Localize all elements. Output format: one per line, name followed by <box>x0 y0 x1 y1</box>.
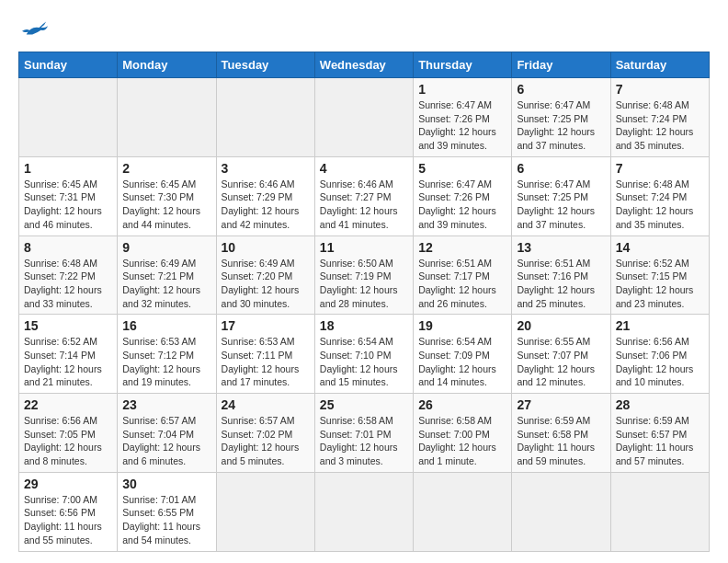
day-of-week-header: Monday <box>118 52 216 78</box>
calendar-day-cell: 14Sunrise: 6:52 AMSunset: 7:15 PMDayligh… <box>610 236 709 315</box>
calendar-day-cell: 23Sunrise: 6:57 AMSunset: 7:04 PMDayligh… <box>118 394 216 473</box>
day-number: 8 <box>24 240 112 255</box>
calendar-week-row: 29Sunrise: 7:00 AMSunset: 6:56 PMDayligh… <box>19 472 710 551</box>
day-number: 21 <box>616 318 704 333</box>
calendar-day-cell <box>610 472 709 551</box>
day-number: 7 <box>616 161 704 176</box>
day-detail: Sunrise: 6:53 AMSunset: 7:12 PMDaylight:… <box>122 335 210 389</box>
day-detail: Sunrise: 6:59 AMSunset: 6:57 PMDaylight:… <box>616 414 704 468</box>
day-number: 23 <box>122 397 210 412</box>
day-detail: Sunrise: 6:48 AMSunset: 7:22 PMDaylight:… <box>24 257 112 311</box>
calendar-day-cell <box>19 78 118 157</box>
day-detail: Sunrise: 7:00 AMSunset: 6:56 PMDaylight:… <box>24 493 112 547</box>
calendar-day-cell: 26Sunrise: 6:58 AMSunset: 7:00 PMDayligh… <box>414 394 512 473</box>
day-detail: Sunrise: 6:56 AMSunset: 7:06 PMDaylight:… <box>616 335 704 389</box>
day-number: 15 <box>24 318 112 333</box>
day-number: 14 <box>616 240 704 255</box>
logo <box>18 18 48 42</box>
calendar-week-row: 22Sunrise: 6:56 AMSunset: 7:05 PMDayligh… <box>19 394 710 473</box>
calendar-day-cell: 13Sunrise: 6:51 AMSunset: 7:16 PMDayligh… <box>512 236 610 315</box>
calendar-day-cell: 1Sunrise: 6:47 AMSunset: 7:26 PMDaylight… <box>414 78 512 157</box>
day-number: 25 <box>320 397 408 412</box>
day-number: 20 <box>517 318 605 333</box>
day-detail: Sunrise: 6:58 AMSunset: 7:01 PMDaylight:… <box>320 414 408 468</box>
calendar-day-cell: 2Sunrise: 6:45 AMSunset: 7:30 PMDaylight… <box>118 156 216 236</box>
day-detail: Sunrise: 6:45 AMSunset: 7:30 PMDaylight:… <box>122 178 210 232</box>
calendar-day-cell: 20Sunrise: 6:55 AMSunset: 7:07 PMDayligh… <box>512 315 610 394</box>
calendar-day-cell: 17Sunrise: 6:53 AMSunset: 7:11 PMDayligh… <box>216 315 314 394</box>
calendar-day-cell: 27Sunrise: 6:59 AMSunset: 6:58 PMDayligh… <box>512 394 610 473</box>
day-number: 7 <box>616 82 704 97</box>
day-detail: Sunrise: 6:49 AMSunset: 7:21 PMDaylight:… <box>122 257 210 311</box>
calendar-day-cell: 8Sunrise: 6:48 AMSunset: 7:22 PMDaylight… <box>19 236 118 315</box>
calendar-week-row: 15Sunrise: 6:52 AMSunset: 7:14 PMDayligh… <box>19 315 710 394</box>
day-detail: Sunrise: 6:57 AMSunset: 7:02 PMDaylight:… <box>222 414 310 468</box>
day-detail: Sunrise: 6:45 AMSunset: 7:31 PMDaylight:… <box>24 178 112 232</box>
day-of-week-header: Sunday <box>19 52 118 78</box>
calendar-day-cell: 11Sunrise: 6:50 AMSunset: 7:19 PMDayligh… <box>314 236 413 315</box>
day-of-week-header: Tuesday <box>216 52 314 78</box>
day-detail: Sunrise: 6:49 AMSunset: 7:20 PMDaylight:… <box>222 257 310 311</box>
day-detail: Sunrise: 6:52 AMSunset: 7:15 PMDaylight:… <box>616 257 704 311</box>
calendar-day-cell: 25Sunrise: 6:58 AMSunset: 7:01 PMDayligh… <box>314 394 413 473</box>
day-detail: Sunrise: 6:47 AMSunset: 7:25 PMDaylight:… <box>517 178 605 232</box>
day-number: 29 <box>24 477 112 491</box>
calendar-day-cell: 7Sunrise: 6:48 AMSunset: 7:24 PMDaylight… <box>610 78 709 157</box>
day-number: 12 <box>418 240 506 255</box>
day-number: 3 <box>222 161 310 176</box>
day-number: 17 <box>222 318 310 333</box>
day-number: 5 <box>418 161 506 176</box>
calendar-day-cell: 24Sunrise: 6:57 AMSunset: 7:02 PMDayligh… <box>216 394 314 473</box>
day-number: 22 <box>24 397 112 412</box>
day-detail: Sunrise: 6:58 AMSunset: 7:00 PMDaylight:… <box>418 414 506 468</box>
calendar-day-cell: 6Sunrise: 6:47 AMSunset: 7:25 PMDaylight… <box>512 156 610 236</box>
calendar-day-cell <box>414 472 512 551</box>
day-number: 9 <box>122 240 210 255</box>
day-number: 6 <box>517 161 605 176</box>
calendar-day-cell: 1Sunrise: 6:45 AMSunset: 7:31 PMDaylight… <box>19 156 118 236</box>
day-detail: Sunrise: 6:57 AMSunset: 7:04 PMDaylight:… <box>122 414 210 468</box>
calendar-day-cell: 5Sunrise: 6:47 AMSunset: 7:26 PMDaylight… <box>414 156 512 236</box>
calendar-day-cell: 12Sunrise: 6:51 AMSunset: 7:17 PMDayligh… <box>414 236 512 315</box>
day-detail: Sunrise: 6:47 AMSunset: 7:25 PMDaylight:… <box>517 98 605 153</box>
calendar-day-cell: 7Sunrise: 6:48 AMSunset: 7:24 PMDaylight… <box>610 156 709 236</box>
page-header <box>18 18 710 42</box>
calendar-day-cell: 16Sunrise: 6:53 AMSunset: 7:12 PMDayligh… <box>118 315 216 394</box>
day-number: 24 <box>222 397 310 412</box>
day-number: 19 <box>418 318 506 333</box>
day-detail: Sunrise: 6:46 AMSunset: 7:29 PMDaylight:… <box>222 178 310 232</box>
day-detail: Sunrise: 6:46 AMSunset: 7:27 PMDaylight:… <box>320 178 408 232</box>
day-of-week-header: Wednesday <box>314 52 413 78</box>
calendar-day-cell: 19Sunrise: 6:54 AMSunset: 7:09 PMDayligh… <box>414 315 512 394</box>
calendar-day-cell: 21Sunrise: 6:56 AMSunset: 7:06 PMDayligh… <box>610 315 709 394</box>
calendar-day-cell <box>216 78 314 157</box>
calendar-day-cell: 6Sunrise: 6:47 AMSunset: 7:25 PMDaylight… <box>512 78 610 157</box>
calendar-day-cell <box>216 472 314 551</box>
day-number: 2 <box>122 161 210 176</box>
day-detail: Sunrise: 6:48 AMSunset: 7:24 PMDaylight:… <box>616 178 704 232</box>
day-number: 13 <box>517 240 605 255</box>
calendar-day-cell <box>314 472 413 551</box>
day-detail: Sunrise: 6:55 AMSunset: 7:07 PMDaylight:… <box>517 335 605 389</box>
calendar-day-cell <box>118 78 216 157</box>
day-detail: Sunrise: 6:54 AMSunset: 7:09 PMDaylight:… <box>418 335 506 389</box>
calendar-day-cell: 18Sunrise: 6:54 AMSunset: 7:10 PMDayligh… <box>314 315 413 394</box>
calendar-header-row: SundayMondayTuesdayWednesdayThursdayFrid… <box>19 52 710 78</box>
bird-icon <box>22 18 48 42</box>
calendar-day-cell: 29Sunrise: 7:00 AMSunset: 6:56 PMDayligh… <box>19 472 118 551</box>
calendar-day-cell: 10Sunrise: 6:49 AMSunset: 7:20 PMDayligh… <box>216 236 314 315</box>
calendar-day-cell: 30Sunrise: 7:01 AMSunset: 6:55 PMDayligh… <box>118 472 216 551</box>
day-detail: Sunrise: 6:59 AMSunset: 6:58 PMDaylight:… <box>517 414 605 468</box>
calendar-day-cell <box>314 78 413 157</box>
day-detail: Sunrise: 6:47 AMSunset: 7:26 PMDaylight:… <box>418 98 506 153</box>
day-of-week-header: Thursday <box>414 52 512 78</box>
day-number: 30 <box>122 477 210 491</box>
day-detail: Sunrise: 6:51 AMSunset: 7:17 PMDaylight:… <box>418 257 506 311</box>
day-number: 4 <box>320 161 408 176</box>
day-detail: Sunrise: 6:51 AMSunset: 7:16 PMDaylight:… <box>517 257 605 311</box>
calendar-day-cell: 9Sunrise: 6:49 AMSunset: 7:21 PMDaylight… <box>118 236 216 315</box>
calendar-week-row: 1Sunrise: 6:45 AMSunset: 7:31 PMDaylight… <box>19 156 710 236</box>
day-number: 18 <box>320 318 408 333</box>
calendar-day-cell: 22Sunrise: 6:56 AMSunset: 7:05 PMDayligh… <box>19 394 118 473</box>
day-detail: Sunrise: 6:53 AMSunset: 7:11 PMDaylight:… <box>222 335 310 389</box>
